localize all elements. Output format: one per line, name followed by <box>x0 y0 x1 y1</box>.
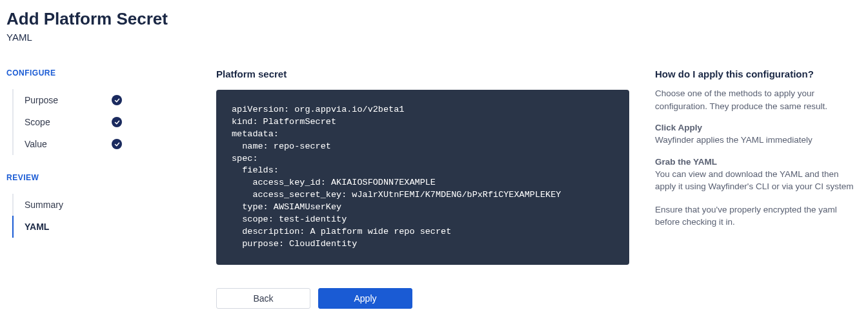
help-intro: Choose one of the methods to apply your … <box>655 87 855 112</box>
check-icon <box>112 117 122 127</box>
sidebar-configure-items: Purpose Scope Value <box>12 89 216 155</box>
sidebar-item-label: Scope <box>25 117 50 127</box>
content-area: Platform secret apiVersion: org.appvia.i… <box>216 68 862 309</box>
page-header: Add Platform Secret YAML <box>6 9 862 43</box>
main-layout: CONFIGURE Purpose Scope Value RE <box>6 68 862 309</box>
page-subtitle: YAML <box>6 32 862 43</box>
sidebar-review-items: Summary YAML <box>12 194 216 238</box>
help-section-title: Grab the YAML <box>655 157 855 167</box>
button-row: Back Apply <box>216 288 629 309</box>
back-button[interactable]: Back <box>216 288 310 309</box>
sidebar-configure-label: CONFIGURE <box>6 68 216 78</box>
help-section-body: Wayfinder applies the YAML immediately <box>655 134 855 147</box>
help-title: How do I apply this configuration? <box>655 68 855 79</box>
check-icon <box>112 139 122 149</box>
sidebar-item-label: Value <box>25 139 47 149</box>
help-footer: Ensure that you've properly encrypted th… <box>655 203 855 229</box>
help-panel: How do I apply this configuration? Choos… <box>655 68 862 309</box>
section-title: Platform secret <box>216 68 629 79</box>
sidebar-item-value[interactable]: Value <box>12 133 122 155</box>
check-icon <box>112 95 122 105</box>
help-section-body: You can view and download the YAML and t… <box>655 168 855 193</box>
sidebar-item-label: YAML <box>25 222 49 232</box>
page-title: Add Platform Secret <box>6 9 862 29</box>
sidebar-item-summary[interactable]: Summary <box>12 194 122 216</box>
sidebar-item-label: Purpose <box>25 95 58 105</box>
sidebar-review-label: REVIEW <box>6 173 216 182</box>
sidebar-item-purpose[interactable]: Purpose <box>12 89 122 111</box>
yaml-box[interactable]: apiVersion: org.appvia.io/v2beta1 kind: … <box>216 90 629 265</box>
sidebar-item-scope[interactable]: Scope <box>12 111 122 133</box>
apply-button[interactable]: Apply <box>318 288 412 309</box>
sidebar-item-label: Summary <box>25 200 63 210</box>
main-content: Platform secret apiVersion: org.appvia.i… <box>216 68 629 309</box>
sidebar-item-yaml[interactable]: YAML <box>12 216 122 238</box>
sidebar: CONFIGURE Purpose Scope Value RE <box>6 68 216 309</box>
help-section-title: Click Apply <box>655 123 855 132</box>
